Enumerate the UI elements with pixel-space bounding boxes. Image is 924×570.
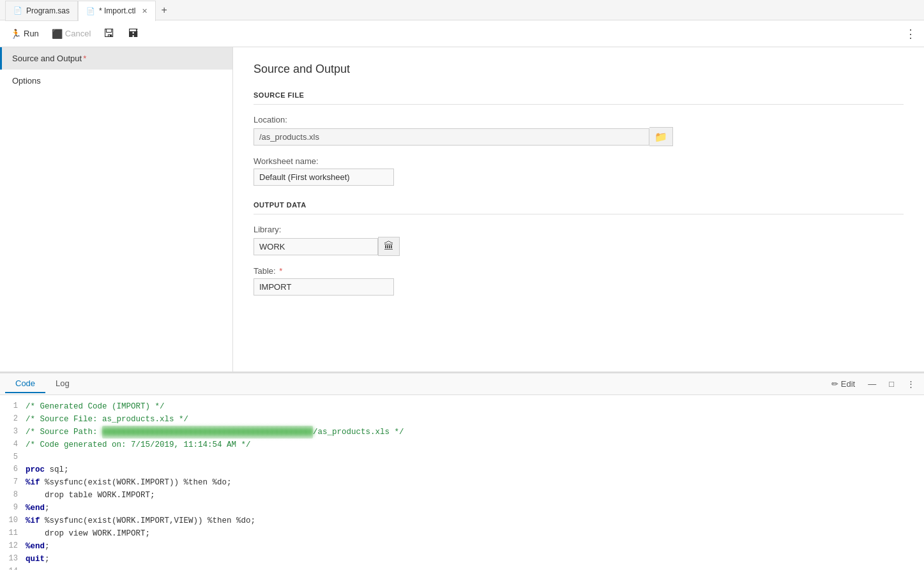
sidebar-item-options[interactable]: Options (0, 70, 232, 92)
minimize-button[interactable]: — (864, 378, 880, 390)
cancel-label: Cancel (65, 29, 91, 38)
code-tab-actions: ✏ Edit — □ ⋮ (828, 378, 919, 390)
location-label: Location: (254, 115, 904, 124)
line-num-4: 4 (5, 439, 26, 451)
line-content-11: drop view WORK.IMPORT; (26, 527, 919, 540)
line-content-8: drop table WORK.IMPORT; (26, 489, 919, 502)
line-content-13: quit; (26, 553, 919, 566)
code-tab-log[interactable]: Log (45, 375, 80, 393)
tab-close-import-ctl[interactable]: ✕ (142, 7, 148, 15)
code-tab-log-label: Log (56, 379, 70, 388)
edit-icon: ✏ (831, 379, 838, 389)
panel-title: Source and Output (254, 63, 904, 76)
line-num-11: 11 (5, 527, 26, 539)
maximize-button[interactable]: □ (885, 378, 898, 390)
code-line-9: 9 %end; (0, 502, 924, 514)
table-required-marker: * (277, 266, 283, 276)
line-content-4: /* Code generated on: 7/15/2019, 11:14:5… (26, 439, 919, 451)
line-num-2: 2 (5, 413, 26, 425)
library-input[interactable] (254, 238, 378, 255)
worksheet-input[interactable] (254, 169, 394, 186)
sidebar-item-source-output[interactable]: Source and Output* (0, 47, 232, 70)
folder-icon: 📁 (655, 131, 667, 143)
line-num-12: 12 (5, 540, 26, 552)
cancel-button[interactable]: ⬛ Cancel (49, 27, 93, 40)
line-num-13: 13 (5, 553, 26, 565)
save-icon: 🖫 (103, 27, 115, 40)
code-line-5: 5 (0, 451, 924, 463)
code-line-6: 6 proc sql; (0, 463, 924, 476)
toolbar-more-icon[interactable]: ⋮ (905, 27, 916, 41)
code-line-12: 12 %end; (0, 540, 924, 553)
tab-program-sas[interactable]: 📄 Program.sas (5, 1, 78, 21)
run-label: Run (24, 29, 39, 38)
edit-button[interactable]: ✏ Edit (828, 378, 859, 390)
table-label: Table: * (254, 266, 904, 276)
sidebar: Source and Output* Options (0, 47, 233, 371)
blurred-path: ████████████████████████████████████████… (102, 426, 313, 439)
run-button[interactable]: 🏃 Run (8, 27, 42, 40)
code-tabs: Code Log ✏ Edit — □ ⋮ (0, 373, 924, 395)
code-line-1: 1 /* Generated Code (IMPORT) */ (0, 400, 924, 413)
line-num-7: 7 (5, 476, 26, 488)
code-line-13: 13 quit; (0, 553, 924, 566)
code-line-10: 10 %if %sysfunc(exist(WORK.IMPORT,VIEW))… (0, 514, 924, 527)
tab-program-sas-label: Program.sas (26, 6, 70, 15)
line-num-9: 9 (5, 502, 26, 514)
code-line-2: 2 /* Source File: as_products.xls */ (0, 413, 924, 426)
content-panel: Source and Output SOURCE FILE Location: … (233, 47, 924, 371)
line-num-3: 3 (5, 426, 26, 438)
tab-import-ctl[interactable]: 📄 * Import.ctl ✕ (78, 1, 156, 21)
main-area: Source and Output* Options Source and Ou… (0, 47, 924, 372)
line-content-1: /* Generated Code (IMPORT) */ (26, 400, 919, 413)
maximize-icon: □ (889, 379, 894, 389)
sidebar-item-options-label: Options (12, 76, 41, 86)
code-more-icon: ⋮ (907, 379, 915, 389)
save-button[interactable]: 🖫 (101, 26, 117, 41)
code-tab-code-label: Code (15, 379, 35, 388)
code-area: Code Log ✏ Edit — □ ⋮ 1 /* Generated Cod… (0, 372, 924, 570)
location-input-group: 📁 (254, 127, 904, 146)
saveas-button[interactable]: 🖬 (125, 26, 142, 41)
tab-bar: 📄 Program.sas 📄 * Import.ctl ✕ + (0, 0, 924, 20)
line-content-3: /* Source Path: ████████████████████████… (26, 426, 919, 439)
minimize-icon: — (868, 379, 876, 389)
table-input[interactable] (254, 278, 394, 296)
run-icon: 🏃 (10, 29, 21, 39)
code-line-8: 8 drop table WORK.IMPORT; (0, 489, 924, 502)
worksheet-label: Worksheet name: (254, 156, 904, 166)
line-content-6: proc sql; (26, 463, 919, 476)
line-content-12: %end; (26, 540, 919, 553)
library-group: Library: 🏛 (254, 225, 904, 256)
line-num-6: 6 (5, 463, 26, 476)
library-icon: 🏛 (384, 241, 394, 252)
add-tab-button[interactable]: + (156, 2, 172, 19)
edit-label: Edit (841, 379, 855, 389)
cancel-icon: ⬛ (52, 29, 63, 39)
import-ctl-icon: 📄 (86, 7, 95, 15)
code-editor: 1 /* Generated Code (IMPORT) */ 2 /* Sou… (0, 395, 924, 570)
code-more-button[interactable]: ⋮ (903, 378, 919, 390)
code-line-4: 4 /* Code generated on: 7/15/2019, 11:14… (0, 439, 924, 451)
code-line-7: 7 %if %sysfunc(exist(WORK.IMPORT)) %then… (0, 476, 924, 489)
location-browse-button[interactable]: 📁 (649, 127, 673, 146)
library-browse-button[interactable]: 🏛 (378, 237, 400, 256)
line-content-7: %if %sysfunc(exist(WORK.IMPORT)) %then %… (26, 476, 919, 489)
toolbar: 🏃 Run ⬛ Cancel 🖫 🖬 ⋮ (0, 20, 924, 47)
code-line-3: 3 /* Source Path: ██████████████████████… (0, 426, 924, 439)
code-line-11: 11 drop view WORK.IMPORT; (0, 527, 924, 540)
saveas-icon: 🖬 (128, 27, 139, 40)
output-section: OUTPUT DATA Library: 🏛 Table: * (254, 201, 904, 296)
table-group: Table: * (254, 266, 904, 296)
code-line-14: 14 (0, 566, 924, 570)
line-num-10: 10 (5, 514, 26, 527)
location-input[interactable] (254, 128, 649, 146)
library-label: Library: (254, 225, 904, 234)
line-num-1: 1 (5, 400, 26, 412)
line-num-5: 5 (5, 451, 26, 463)
line-content-10: %if %sysfunc(exist(WORK.IMPORT,VIEW)) %t… (26, 514, 919, 527)
code-tab-code[interactable]: Code (5, 375, 45, 393)
line-num-14: 14 (5, 566, 26, 570)
line-content-2: /* Source File: as_products.xls */ (26, 413, 919, 426)
tab-import-ctl-label: * Import.ctl (99, 6, 135, 15)
